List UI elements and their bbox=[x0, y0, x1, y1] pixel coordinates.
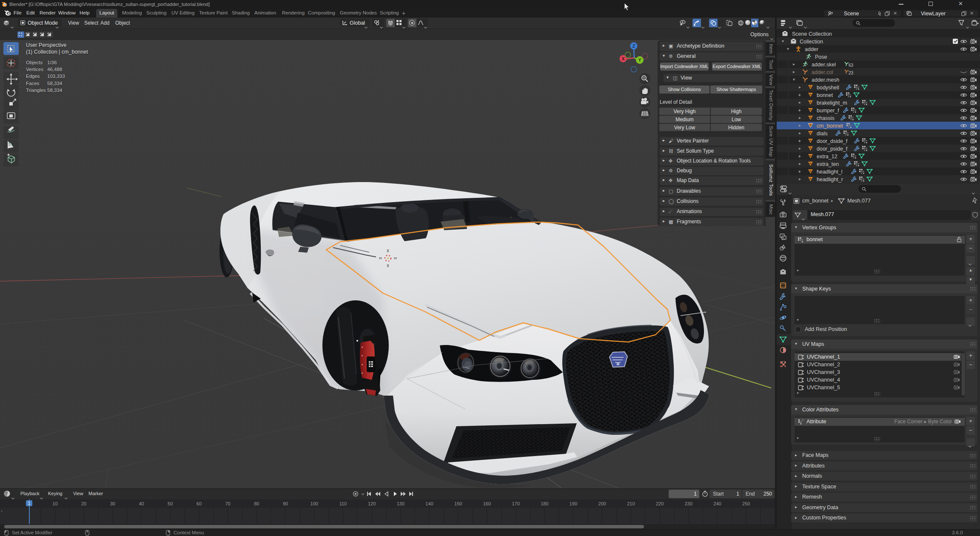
svg-text:X: X bbox=[622, 57, 625, 61]
svg-text:Z: Z bbox=[632, 44, 635, 48]
svg-text:Y: Y bbox=[638, 58, 641, 63]
